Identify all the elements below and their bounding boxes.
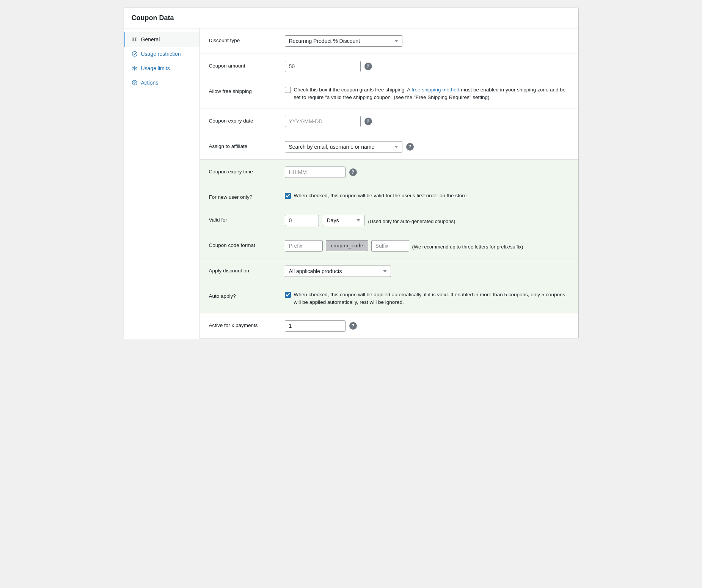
- auto-apply-checkbox[interactable]: [285, 292, 291, 298]
- sidebar-item-general[interactable]: General: [124, 32, 199, 47]
- discount-type-row: Discount type Recurring Product % Discou…: [200, 28, 578, 54]
- sidebar-item-actions[interactable]: Actions: [124, 75, 199, 90]
- valid-for-unit-select[interactable]: Days Weeks Months Years: [323, 215, 364, 226]
- coupon-expiry-time-row: Coupon expiry time ?: [200, 160, 578, 185]
- auto-apply-description: When checked, this coupon will be applie…: [294, 291, 569, 307]
- payments-section: Active for x payments ?: [200, 313, 578, 339]
- discount-type-field: Recurring Product % Discount Percentage …: [285, 35, 569, 47]
- discount-type-select[interactable]: Recurring Product % Discount Percentage …: [285, 35, 402, 47]
- coupon-code-middle: coupon_code: [326, 240, 368, 251]
- coupon-expiry-time-label: Coupon expiry time: [209, 167, 285, 175]
- coupon-expiry-time-help-icon[interactable]: ?: [349, 168, 357, 176]
- active-for-x-payments-label: Active for x payments: [209, 320, 285, 328]
- coupon-amount-label: Coupon amount: [209, 61, 285, 69]
- sidebar-item-usage-limits-label: Usage limits: [141, 65, 170, 71]
- allow-free-shipping-checkbox[interactable]: [285, 87, 291, 93]
- apply-discount-on-label: Apply discount on: [209, 266, 285, 274]
- auto-apply-checkbox-row: When checked, this coupon will be applie…: [285, 291, 569, 307]
- svg-rect-0: [132, 38, 137, 41]
- valid-for-label: Valid for: [209, 215, 285, 223]
- allow-free-shipping-checkbox-row: Check this box if the coupon grants free…: [285, 86, 569, 102]
- coupon-code-format-field: coupon_code (We recommend up to three le…: [285, 240, 569, 252]
- discount-type-label: Discount type: [209, 35, 285, 43]
- coupon-expiry-date-row: Coupon expiry date ?: [200, 109, 578, 134]
- assign-to-affiliate-label: Assign to affiliate: [209, 141, 285, 149]
- free-shipping-method-link[interactable]: free shipping method: [411, 87, 459, 93]
- coupon-expiry-date-label: Coupon expiry date: [209, 116, 285, 124]
- active-for-x-payments-input[interactable]: [285, 320, 346, 332]
- svg-point-7: [134, 82, 135, 83]
- allow-free-shipping-row: Allow free shipping Check this box if th…: [200, 79, 578, 109]
- circle-check-icon: [131, 50, 138, 57]
- coupon-expiry-time-field: ?: [285, 167, 569, 178]
- active-for-x-payments-help-icon[interactable]: ?: [349, 322, 357, 330]
- sidebar-item-usage-restriction[interactable]: Usage restriction: [124, 47, 199, 61]
- for-new-user-checkbox-row: When checked, this coupon will be valid …: [285, 192, 468, 200]
- main-content: Discount type Recurring Product % Discou…: [200, 28, 578, 339]
- auto-apply-label: Auto apply?: [209, 291, 285, 299]
- assign-to-affiliate-row: Assign to affiliate Search by email, use…: [200, 134, 578, 159]
- coupon-amount-field: ?: [285, 61, 569, 72]
- auto-apply-field: When checked, this coupon will be applie…: [285, 291, 569, 307]
- assign-to-affiliate-help-icon[interactable]: ?: [406, 143, 414, 151]
- assign-to-affiliate-select[interactable]: Search by email, username or name: [285, 141, 402, 153]
- for-new-user-field: When checked, this coupon will be valid …: [285, 192, 569, 200]
- valid-for-input[interactable]: [285, 215, 319, 226]
- allow-free-shipping-field: Check this box if the coupon grants free…: [285, 86, 569, 102]
- for-new-user-checkbox[interactable]: [285, 193, 291, 199]
- coupon-suffix-input[interactable]: [371, 240, 409, 252]
- for-new-user-label: For new user only?: [209, 192, 285, 200]
- active-for-x-payments-row: Active for x payments ?: [200, 313, 578, 338]
- box-title: Coupon Data: [124, 8, 578, 28]
- valid-for-field: Days Weeks Months Years (Used only for a…: [285, 215, 569, 226]
- svg-rect-1: [133, 39, 134, 39]
- allow-free-shipping-label: Allow free shipping: [209, 86, 285, 94]
- coupon-body: General Usage restriction: [124, 28, 578, 339]
- apply-discount-on-field: All applicable products Specific product…: [285, 266, 569, 277]
- coupon-expiry-date-help-icon[interactable]: ?: [364, 118, 372, 125]
- coupon-expiry-date-field: ?: [285, 116, 569, 127]
- apply-discount-on-select[interactable]: All applicable products Specific product…: [285, 266, 391, 277]
- code-format-wrap: coupon_code (We recommend up to three le…: [285, 240, 523, 252]
- assign-to-affiliate-field: Search by email, username or name ?: [285, 141, 569, 153]
- coupon-code-format-label: Coupon code format: [209, 240, 285, 248]
- active-for-x-payments-field: ?: [285, 320, 569, 332]
- svg-point-2: [132, 52, 137, 57]
- coupon-expiry-time-input[interactable]: [285, 167, 346, 178]
- coupon-amount-help-icon[interactable]: ?: [364, 63, 372, 70]
- circle-gear-icon: [131, 79, 138, 86]
- asterisk-icon: [131, 65, 138, 72]
- allow-free-shipping-description: Check this box if the coupon grants free…: [294, 86, 569, 102]
- ticket-icon: [131, 36, 138, 43]
- coupon-amount-input[interactable]: [285, 61, 361, 72]
- valid-for-row: Valid for Days Weeks Months Years (Used …: [200, 208, 578, 233]
- sidebar-item-usage-limits[interactable]: Usage limits: [124, 61, 199, 75]
- sidebar-item-usage-restriction-label: Usage restriction: [141, 51, 181, 57]
- coupon-expiry-date-input[interactable]: [285, 116, 361, 127]
- valid-for-note: (Used only for auto-generated coupons): [368, 216, 455, 224]
- apply-discount-on-row: Apply discount on All applicable product…: [200, 259, 578, 284]
- sidebar: General Usage restriction: [124, 28, 200, 339]
- coupon-code-format-hint: (We recommend up to three letters for pr…: [412, 242, 523, 250]
- for-new-user-description: When checked, this coupon will be valid …: [294, 192, 468, 200]
- sidebar-item-actions-label: Actions: [141, 80, 159, 86]
- coupon-code-format-row: Coupon code format coupon_code (We recom…: [200, 233, 578, 259]
- for-new-user-row: For new user only? When checked, this co…: [200, 185, 578, 208]
- extended-section: Coupon expiry time ? For new user only? …: [200, 160, 578, 314]
- auto-apply-row: Auto apply? When checked, this coupon wi…: [200, 284, 578, 313]
- coupon-data-box: Coupon Data General: [124, 8, 579, 339]
- sidebar-item-general-label: General: [141, 36, 160, 42]
- coupon-prefix-input[interactable]: [285, 240, 323, 252]
- coupon-amount-row: Coupon amount ?: [200, 54, 578, 79]
- general-section: Discount type Recurring Product % Discou…: [200, 28, 578, 160]
